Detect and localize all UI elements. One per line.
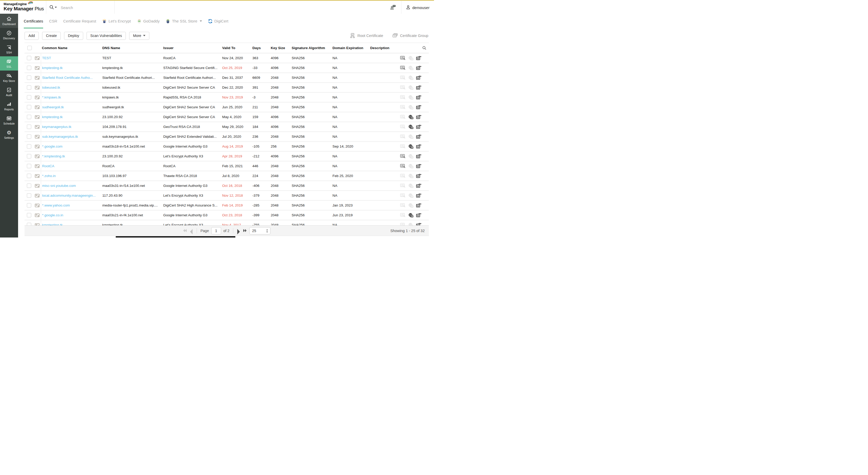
more-button[interactable]: More	[129, 32, 149, 40]
common-name-link[interactable]: kmptesting.tk	[41, 220, 101, 225]
certificate-group-link[interactable]: Certificate Group	[393, 33, 428, 38]
common-name-link[interactable]: tobeused.tk	[41, 83, 101, 92]
common-name-link[interactable]: *.kmptesting.tk	[41, 152, 101, 161]
row-checkbox[interactable]	[27, 154, 31, 158]
tab-digicert[interactable]: DigiCert	[208, 14, 228, 28]
sidebar-item-ssh[interactable]: SSH	[0, 42, 18, 56]
row-checkbox[interactable]	[27, 135, 31, 139]
row-checkbox[interactable]	[27, 203, 31, 208]
deploy-certificate-icon[interactable]	[408, 105, 413, 110]
deploy-button[interactable]: Deploy	[64, 32, 83, 40]
deploy-certificate-icon[interactable]	[408, 124, 413, 129]
col-valid-to[interactable]: Valid To	[221, 43, 251, 53]
col-issuer[interactable]: Issuer	[162, 43, 221, 53]
renew-certificate-icon[interactable]	[416, 95, 422, 100]
deploy-certificate-icon[interactable]	[408, 76, 413, 80]
sidebar-item-reports[interactable]: Reports	[0, 99, 18, 113]
col-domain-expiration[interactable]: Domain Expiration	[332, 43, 369, 53]
table-search-icon[interactable]	[422, 46, 427, 50]
export-private-key-icon[interactable]	[400, 213, 406, 217]
sidebar-item-ssl[interactable]: SSL	[0, 56, 18, 70]
common-name-link[interactable]: sudheergoli.tk	[41, 102, 101, 112]
sidebar-item-audit[interactable]: Audit	[0, 85, 18, 99]
tab-csr[interactable]: CSR	[49, 14, 57, 28]
export-private-key-icon[interactable]	[400, 135, 406, 139]
table-row[interactable]: TEST TEST RootCA Nov 24, 2020 363 4096 S…	[25, 54, 429, 63]
renew-certificate-icon[interactable]	[416, 203, 422, 208]
common-name-link[interactable]: *.zoho.in	[41, 171, 101, 180]
search-input[interactable]	[60, 4, 139, 11]
page-number-input[interactable]	[211, 227, 221, 234]
row-checkbox[interactable]	[27, 66, 31, 70]
tab-the-ssl-store[interactable]: The SSL Store	[165, 14, 202, 28]
deploy-certificate-icon[interactable]	[408, 66, 413, 70]
first-page-icon[interactable]	[183, 229, 187, 232]
common-name-link[interactable]: *.www.yahoo.com	[41, 201, 101, 210]
table-row[interactable]: *.kmptesting.tk 23.100.20.92 Let's Encry…	[25, 152, 429, 161]
search-scope-caret-icon[interactable]	[55, 7, 57, 8]
export-private-key-icon[interactable]	[400, 144, 406, 149]
deploy-certificate-icon[interactable]	[408, 203, 413, 208]
common-name-link[interactable]: *.kmpaws.tk	[41, 93, 101, 102]
renew-certificate-icon[interactable]	[416, 105, 422, 110]
table-row[interactable]: keymanagerplus.tk 104.209.178.91 GeoTrus…	[25, 122, 429, 132]
common-name-link[interactable]: kmptesting.tk	[41, 63, 101, 72]
renew-certificate-icon[interactable]	[416, 154, 422, 159]
common-name-link[interactable]: RootCA	[41, 161, 101, 171]
renew-certificate-icon[interactable]	[416, 183, 422, 188]
table-row[interactable]: *.zoho.in 103.103.196.97 Thawte RSA CA 2…	[25, 171, 429, 181]
prev-page-icon[interactable]	[189, 229, 193, 232]
deploy-certificate-icon[interactable]	[408, 144, 413, 149]
sidebar-item-discovery[interactable]: Discovery	[0, 28, 18, 42]
feedback-icon[interactable]	[390, 4, 396, 10]
col-signature-algorithm[interactable]: Signature Algorithm	[291, 43, 332, 53]
row-checkbox[interactable]	[27, 213, 31, 217]
common-name-link[interactable]: misc-sni.youtube.com	[41, 181, 101, 190]
row-checkbox[interactable]	[27, 223, 31, 225]
renew-certificate-icon[interactable]	[416, 144, 422, 149]
deploy-certificate-icon[interactable]	[408, 135, 413, 139]
export-private-key-icon[interactable]	[400, 105, 406, 110]
renew-certificate-icon[interactable]	[416, 66, 422, 70]
renew-certificate-icon[interactable]	[416, 164, 422, 169]
renew-certificate-icon[interactable]	[416, 213, 422, 217]
common-name-link[interactable]: keymanagerplus.tk	[41, 122, 101, 131]
page-size-select[interactable]: 25	[249, 227, 271, 234]
deploy-certificate-icon[interactable]	[408, 95, 413, 100]
deploy-certificate-icon[interactable]	[408, 174, 413, 178]
table-row[interactable]: *.google.com maa03s18-in-f14.1e100.net G…	[25, 142, 429, 152]
sidebar-item-dashboard[interactable]: Dashboard	[0, 14, 18, 28]
table-row[interactable]: *.kmpaws.tk kmpaws.tk RapidSSL RSA CA 20…	[25, 93, 429, 102]
row-checkbox[interactable]	[27, 115, 31, 119]
tab-certificate-request[interactable]: Certificate Request	[63, 14, 96, 28]
common-name-link[interactable]: sub.keymanagerplus.tk	[41, 132, 101, 141]
row-checkbox[interactable]	[27, 105, 31, 109]
tab-certificates[interactable]: Certificates	[24, 14, 43, 28]
table-row[interactable]: tobeused.tk tobeused.tk DigiCert SHA2 Se…	[25, 83, 429, 93]
export-private-key-icon[interactable]	[400, 154, 406, 159]
next-page-icon[interactable]	[237, 229, 241, 232]
table-row[interactable]: Starfield Root Certificate Autho... Star…	[25, 73, 429, 83]
export-private-key-icon[interactable]	[400, 223, 406, 226]
sidebar-item-schedule[interactable]: Schedule	[0, 113, 18, 127]
tab-godaddy[interactable]: GoDaddy	[137, 14, 160, 28]
row-checkbox[interactable]	[27, 193, 31, 198]
renew-certificate-icon[interactable]	[416, 115, 422, 119]
col-dns-name[interactable]: DNS Name	[101, 43, 162, 53]
renew-certificate-icon[interactable]	[416, 193, 422, 198]
export-private-key-icon[interactable]	[400, 203, 406, 208]
select-all-checkbox[interactable]	[27, 46, 32, 50]
deploy-certificate-icon[interactable]	[408, 183, 413, 188]
export-private-key-icon[interactable]	[400, 124, 406, 129]
root-certificate-link[interactable]: Root Certificate	[350, 33, 383, 38]
deploy-certificate-icon[interactable]	[408, 115, 413, 119]
add-button[interactable]: Add	[25, 32, 39, 40]
app-logo[interactable]: ManageEngine Key Manager Plus	[4, 2, 44, 11]
sidebar-item-settings[interactable]: ⚙ Settings	[0, 127, 18, 142]
common-name-link[interactable]: TEST	[41, 54, 101, 63]
col-key-size[interactable]: Key Size	[270, 43, 291, 53]
user-menu[interactable]: demouser	[412, 5, 430, 10]
deploy-certificate-icon[interactable]	[408, 154, 413, 159]
tab-let-s-encrypt[interactable]: Let's Encrypt	[102, 14, 131, 28]
common-name-link[interactable]: *.google.co.in	[41, 211, 101, 220]
